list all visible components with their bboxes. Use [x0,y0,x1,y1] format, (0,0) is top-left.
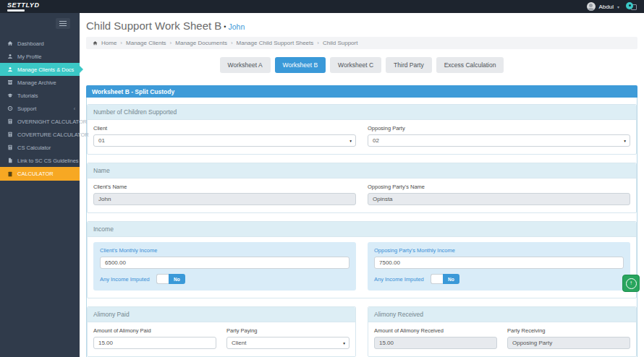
opposing-income-field[interactable] [374,257,624,269]
client-name-field [93,193,356,205]
scroll-to-top-button[interactable]: ↑ [622,275,640,292]
sidebar-item-manage-archive[interactable]: Manage Archive [0,76,80,89]
home-icon [93,40,98,46]
party-paying-select[interactable]: Client ▾ [226,337,349,349]
tab-third-party[interactable]: Third Party [386,57,432,73]
tab-excess-calculation[interactable]: Excess Calculation [436,57,504,73]
alimony-paid-amount-field[interactable] [93,337,216,349]
up-arrow-icon: ↑ [626,278,637,289]
client-imputed-label: Any Income Imputed [100,276,150,283]
party-paying-label: Party Paying [226,327,349,334]
calculator-icon [7,145,13,150]
chevron-down-icon[interactable]: ▾ [617,4,619,9]
section-title: Income [88,222,636,237]
section-title: Alimony Received [368,307,636,322]
client-income-field[interactable] [100,257,349,269]
opposing-name-field [368,193,630,205]
client-income-label: Client's Monthly Income [100,247,349,254]
archive-icon [7,79,13,85]
calculator-icon [7,171,13,177]
sidebar-item-label: OVERNIGHT CALCULATOR [17,119,87,125]
alimony-received-amount-label: Amount of Alimony Received [374,327,497,334]
client-children-value: 01 [98,137,105,144]
opposing-income-label: Opposing Party's Monthly Income [374,247,624,254]
sidebar-item-label: My Profile [17,53,41,60]
client-income-panel: Client's Monthly Income Any Income Imput… [93,242,356,291]
client-name-label: Client's Name [93,184,356,190]
section-alimony-received: Alimony Received Amount of Alimony Recei… [368,306,637,357]
opposing-children-label: Opposing Party [368,125,630,132]
toggle-knob [431,274,443,284]
graduation-cap-icon [7,93,13,98]
tab-worksheet-b[interactable]: Worksheet B [275,57,326,73]
sidebar-item-calculator[interactable]: CALCULATOR [0,167,80,181]
life-ring-icon [7,106,13,111]
breadcrumb-manage-documents[interactable]: Manage Documents [175,40,227,46]
sidebar-item-label: COVERTURE CALCULATOR [17,132,89,138]
section-title: Alimony Paid [88,307,355,322]
worksheet-tabs: Worksheet A Worksheet B Worksheet C Thir… [80,57,644,73]
calculator-icon [7,132,13,137]
toggle-state-label: No [169,274,185,284]
logo-tagline [7,9,25,12]
sidebar-item-manage-clients-docs[interactable]: Manage Clients & Docs [0,63,80,76]
chevron-left-icon: ‹ [74,106,75,111]
title-client-name: John [228,22,245,31]
sidebar-item-support[interactable]: Support ‹ [0,102,80,115]
breadcrumb-separator: › [231,40,233,46]
sidebar-item-label: Tutorials [17,93,38,99]
sidebar-item-my-profile[interactable]: My Profile [0,50,80,63]
sidebar-item-dashboard[interactable]: Dashboard [0,37,80,50]
worksheet-panel: Worksheet B - Split Custody Number of Ch… [86,85,637,357]
main-content: Child Support Work Sheet B•John Home › M… [80,13,644,357]
user-name[interactable]: Abdul [599,4,614,10]
page-title-text: Child Support Work Sheet B [86,20,221,32]
section-income: Income Client's Monthly Income Any Incom… [87,221,637,298]
breadcrumb-home[interactable]: Home [101,40,116,46]
menu-toggle-button[interactable] [56,18,70,29]
toggle-knob [156,274,169,284]
sidebar-item-cs-calculator[interactable]: CS Calculator [0,141,80,154]
sidebar-item-label: Manage Archive [17,79,56,86]
alimony-paid-amount-label: Amount of Alimony Paid [93,327,216,334]
sidebar-item-label: Support [17,106,36,112]
notification-icon[interactable] [626,2,637,12]
section-title: Name [88,163,636,178]
party-paying-value: Client [232,340,246,346]
party-receiving-field [507,337,630,349]
caret-down-icon: ▾ [343,341,345,345]
breadcrumb-manage-cs-sheets[interactable]: Manage Child Support Sheets [237,40,314,46]
sidebar: Dashboard My Profile Manage Clients & Do… [0,13,80,357]
section-children-supported: Number of Children Supported Client 01 ▾… [87,104,637,155]
sidebar-item-label: CS Calculator [17,145,51,151]
client-children-select[interactable]: 01 ▾ [93,134,356,147]
sidebar-item-overnight-calculator[interactable]: OVERNIGHT CALCULATOR [0,115,80,128]
sidebar-item-tutorials[interactable]: Tutorials [0,89,80,102]
breadcrumb-separator: › [120,40,122,46]
home-icon [7,40,13,46]
sidebar-item-coverture-calculator[interactable]: COVERTURE CALCULATOR [0,128,80,141]
title-bullet: • [224,23,226,30]
user-icon [7,66,13,72]
alimony-received-amount-field [374,337,497,349]
sidebar-item-label: Manage Clients & Docs [17,66,74,73]
opposing-imputed-toggle[interactable]: No [431,274,459,284]
calculator-icon [7,119,13,124]
user-icon [7,53,13,59]
opposing-children-select[interactable]: 02 ▾ [368,134,630,147]
tab-worksheet-a[interactable]: Worksheet A [220,57,271,73]
caret-down-icon: ▾ [349,139,352,143]
breadcrumb-separator: › [170,40,172,46]
tab-worksheet-c[interactable]: Worksheet C [330,57,381,73]
party-receiving-label: Party Receiving [507,327,630,334]
client-imputed-toggle[interactable]: No [156,274,185,284]
sidebar-item-sc-cs-guidelines[interactable]: Link to SC CS Guidelines [0,154,80,167]
app-logo[interactable]: SETTLYD [7,2,40,12]
breadcrumb-manage-clients[interactable]: Manage Clients [126,40,166,46]
section-title: Number of Children Supported [88,105,636,120]
client-children-label: Client [93,125,356,132]
worksheet-panel-title: Worksheet B - Split Custody [86,85,637,98]
user-avatar[interactable] [587,2,596,11]
section-name: Name Client's Name Opposing Party's Name [87,163,637,213]
page-title: Child Support Work Sheet B•John [86,20,637,32]
